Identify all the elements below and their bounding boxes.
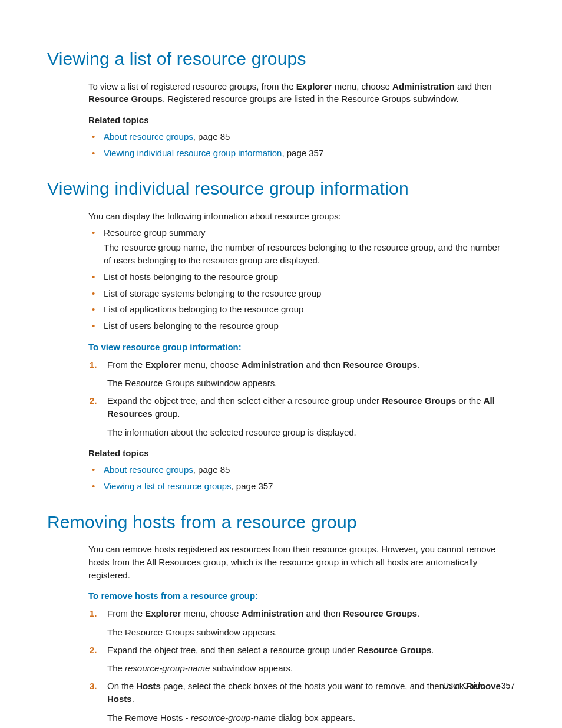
intro-paragraph: You can display the following informatio…	[88, 210, 509, 223]
step-item: Expand the object tree, and then select …	[88, 644, 509, 676]
procedure-steps: From the Explorer menu, choose Administr…	[88, 607, 509, 724]
list-item: Resource group summary The resource grou…	[88, 226, 509, 267]
related-topics-label: Related topics	[88, 447, 509, 460]
link-about-resource-groups[interactable]: About resource groups	[104, 465, 193, 475]
step-item: From the Explorer menu, choose Administr…	[88, 358, 509, 390]
list-item: List of users belonging to the resource …	[88, 319, 509, 332]
footer-label: User Guide	[443, 681, 485, 690]
heading-viewing-list: Viewing a list of resource groups	[47, 46, 515, 72]
related-topics-list: About resource groups, page 85 Viewing a…	[88, 463, 509, 493]
list-item: List of storage systems belonging to the…	[88, 287, 509, 300]
link-about-resource-groups[interactable]: About resource groups	[104, 131, 193, 141]
list-item: Viewing a list of resource groups, page …	[88, 480, 509, 493]
page-footer: User Guide 357	[443, 680, 515, 691]
info-list: Resource group summary The resource grou…	[88, 226, 509, 332]
heading-removing-hosts: Removing hosts from a resource group	[47, 509, 515, 535]
section-viewing-individual: Viewing individual resource group inform…	[47, 176, 515, 492]
related-topics-list: About resource groups, page 85 Viewing i…	[88, 130, 509, 160]
list-item: About resource groups, page 85	[88, 463, 509, 476]
list-item: Viewing individual resource group inform…	[88, 147, 509, 160]
section-removing-hosts: Removing hosts from a resource group You…	[47, 509, 515, 724]
intro-paragraph: You can remove hosts registered as resou…	[88, 543, 509, 581]
section-body: To view a list of registered resource gr…	[88, 80, 509, 160]
heading-viewing-individual: Viewing individual resource group inform…	[47, 176, 515, 202]
step-item: Expand the object tree, and then select …	[88, 394, 509, 439]
variable-resource-group-name: resource-group-name	[191, 713, 276, 723]
link-viewing-list-resource-groups[interactable]: Viewing a list of resource groups	[104, 481, 232, 491]
procedure-label: To remove hosts from a resource group:	[88, 589, 509, 602]
procedure-steps: From the Explorer menu, choose Administr…	[88, 358, 509, 439]
variable-resource-group-name: resource-group-name	[125, 663, 210, 673]
related-topics-label: Related topics	[88, 114, 509, 127]
list-item: List of hosts belonging to the resource …	[88, 271, 509, 284]
section-body: You can display the following informatio…	[88, 210, 509, 493]
section-body: You can remove hosts registered as resou…	[88, 543, 509, 724]
page-number: 357	[501, 681, 515, 690]
list-item: List of applications belonging to the re…	[88, 303, 509, 316]
step-item: From the Explorer menu, choose Administr…	[88, 607, 509, 639]
link-viewing-individual-rg-info[interactable]: Viewing individual resource group inform…	[104, 148, 282, 158]
procedure-label: To view resource group information:	[88, 341, 509, 354]
intro-paragraph: To view a list of registered resource gr…	[88, 80, 509, 106]
section-viewing-list: Viewing a list of resource groups To vie…	[47, 46, 515, 159]
list-item: About resource groups, page 85	[88, 130, 509, 143]
